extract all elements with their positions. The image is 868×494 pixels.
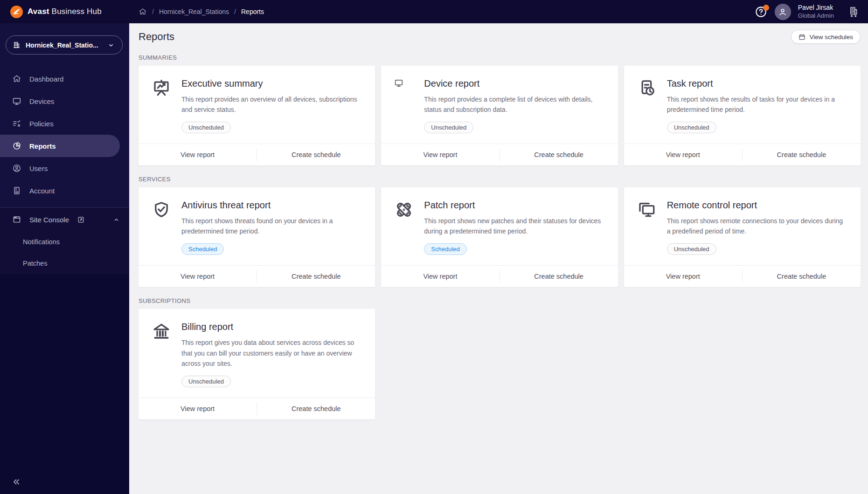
create-schedule-link[interactable]: Create schedule bbox=[500, 144, 618, 165]
schedule-status-badge: Scheduled bbox=[424, 243, 466, 255]
document-clock-icon bbox=[637, 78, 657, 98]
create-schedule-link[interactable]: Create schedule bbox=[257, 398, 375, 419]
sidebar-item-users[interactable]: Users bbox=[0, 157, 129, 179]
create-schedule-link[interactable]: Create schedule bbox=[257, 144, 375, 165]
report-sections: SUMMARIES Executive summary This report … bbox=[139, 54, 861, 419]
create-schedule-link[interactable]: Create schedule bbox=[743, 144, 861, 165]
card-footer: View report Create schedule bbox=[381, 144, 618, 165]
create-schedule-link[interactable]: Create schedule bbox=[257, 266, 375, 287]
report-card: Billing report This report gives you dat… bbox=[139, 309, 375, 419]
report-card-description: This report provides a complete list of … bbox=[424, 94, 604, 115]
user-info: Pavel Jirsak Global Admin bbox=[798, 4, 834, 20]
report-card-description: This report shows remote connections to … bbox=[667, 216, 847, 236]
monitor-icon bbox=[394, 78, 403, 88]
avatar[interactable] bbox=[775, 4, 791, 20]
sidebar-item-label: Dashboard bbox=[29, 75, 63, 83]
card-grid: Antivirus threat report This report show… bbox=[139, 187, 861, 287]
page-content: Reports View schedules SUMMARIES Executi… bbox=[129, 23, 868, 494]
card-body: Billing report This report gives you dat… bbox=[139, 309, 375, 397]
bank-icon bbox=[152, 322, 171, 341]
sidebar-item-policies[interactable]: Policies bbox=[0, 112, 129, 135]
remote-monitors-icon bbox=[637, 200, 657, 220]
report-card-title: Patch report bbox=[424, 200, 604, 211]
header-actions: Pavel Jirsak Global Admin bbox=[755, 4, 860, 20]
collapse-sidebar-icon[interactable] bbox=[11, 477, 21, 487]
sidebar-footer bbox=[0, 470, 129, 494]
sidebar-item-account[interactable]: Account bbox=[0, 179, 129, 202]
sidebar-subitem-patches[interactable]: Patches bbox=[0, 253, 129, 274]
report-card-description: This report shows threats found on your … bbox=[181, 216, 362, 236]
chevron-up-icon[interactable] bbox=[113, 216, 120, 223]
card-body: Patch report This report shows new patch… bbox=[381, 187, 618, 265]
card-footer: View report Create schedule bbox=[139, 265, 375, 287]
building-icon bbox=[13, 41, 21, 49]
company-switcher-icon[interactable] bbox=[847, 6, 860, 18]
breadcrumb-site[interactable]: Hornicek_Real_Stations bbox=[159, 8, 229, 15]
report-card-title: Device report bbox=[424, 78, 604, 89]
report-card: Task report This report shows the result… bbox=[624, 66, 861, 165]
sidebar-item-label: Reports bbox=[29, 142, 56, 150]
brand-name-rest: Business Hub bbox=[52, 7, 102, 16]
notification-badge bbox=[763, 5, 769, 11]
view-report-link[interactable]: View report bbox=[139, 266, 257, 287]
view-report-link[interactable]: View report bbox=[139, 144, 257, 165]
breadcrumb: / Hornicek_Real_Stations / Reports bbox=[139, 7, 264, 16]
site-selector-dropdown[interactable]: Hornicek_Real_Statio... bbox=[6, 35, 123, 55]
schedule-status-badge: Unscheduled bbox=[181, 122, 231, 133]
presentation-chart-icon bbox=[152, 78, 171, 98]
view-report-link[interactable]: View report bbox=[381, 266, 499, 287]
card-body: Remote control report This report shows … bbox=[624, 187, 861, 265]
site-selector-label: Hornicek_Real_Statio... bbox=[26, 41, 102, 49]
sidebar-item-label: Account bbox=[29, 187, 55, 195]
view-report-link[interactable]: View report bbox=[381, 144, 499, 165]
report-card-title: Remote control report bbox=[667, 200, 847, 211]
window-icon bbox=[12, 215, 21, 224]
sidebar-item-label: Users bbox=[29, 165, 48, 172]
view-schedules-button[interactable]: View schedules bbox=[791, 30, 861, 44]
pie-chart-icon bbox=[12, 141, 21, 151]
view-report-link[interactable]: View report bbox=[624, 266, 742, 287]
sidebar-item-label: Devices bbox=[29, 97, 54, 105]
card-body: Task report This report shows the result… bbox=[624, 66, 861, 144]
sidebar-item-dashboard[interactable]: Dashboard bbox=[0, 68, 129, 90]
card-body: Executive summary This report provides a… bbox=[139, 66, 375, 144]
card-footer: View report Create schedule bbox=[139, 144, 375, 165]
card-footer: View report Create schedule bbox=[139, 398, 375, 419]
sidebar-item-reports[interactable]: Reports bbox=[0, 135, 120, 157]
view-report-link[interactable]: View report bbox=[139, 398, 257, 419]
site-console-section: Site Console NotificationsPatches bbox=[0, 207, 129, 274]
sidebar-subitem-notifications[interactable]: Notifications bbox=[0, 231, 129, 253]
sidebar-item-site-console[interactable]: Site Console bbox=[0, 208, 129, 231]
brand-logo: Avast Business Hub bbox=[0, 0, 129, 23]
schedule-status-badge: Unscheduled bbox=[181, 376, 231, 387]
site-console-label: Site Console bbox=[29, 216, 69, 224]
help-button[interactable] bbox=[755, 5, 768, 18]
section-label: SUMMARIES bbox=[139, 54, 861, 61]
report-card: Remote control report This report shows … bbox=[624, 187, 861, 287]
home-icon[interactable] bbox=[139, 7, 147, 16]
page-title: Reports bbox=[139, 31, 174, 43]
report-section: SUBSCRIPTIONS Billing report This report… bbox=[139, 297, 861, 419]
sidebar-spacer bbox=[0, 274, 129, 470]
calendar-icon bbox=[799, 34, 806, 41]
report-section: SUMMARIES Executive summary This report … bbox=[139, 54, 861, 165]
patches-icon bbox=[394, 200, 414, 220]
user-role: Global Admin bbox=[798, 12, 834, 20]
monitor-icon bbox=[12, 96, 21, 106]
schedule-status-badge: Unscheduled bbox=[424, 122, 473, 133]
card-footer: View report Create schedule bbox=[381, 265, 618, 287]
report-card-title: Executive summary bbox=[181, 78, 362, 89]
sidebar-item-devices[interactable]: Devices bbox=[0, 90, 129, 112]
view-report-link[interactable]: View report bbox=[624, 144, 742, 165]
external-link-icon bbox=[77, 216, 85, 224]
create-schedule-link[interactable]: Create schedule bbox=[743, 266, 861, 287]
report-card-description: This report provides an overview of all … bbox=[181, 94, 362, 115]
breadcrumb-separator: / bbox=[234, 8, 236, 15]
schedule-status-badge: Scheduled bbox=[181, 243, 224, 255]
main-area: / Hornicek_Real_Stations / Reports Pavel… bbox=[129, 0, 868, 494]
report-card-title: Billing report bbox=[181, 322, 362, 332]
page-header: Reports View schedules bbox=[139, 30, 861, 44]
site-console-subnav: NotificationsPatches bbox=[0, 231, 129, 274]
create-schedule-link[interactable]: Create schedule bbox=[500, 266, 618, 287]
home-icon bbox=[12, 74, 21, 83]
